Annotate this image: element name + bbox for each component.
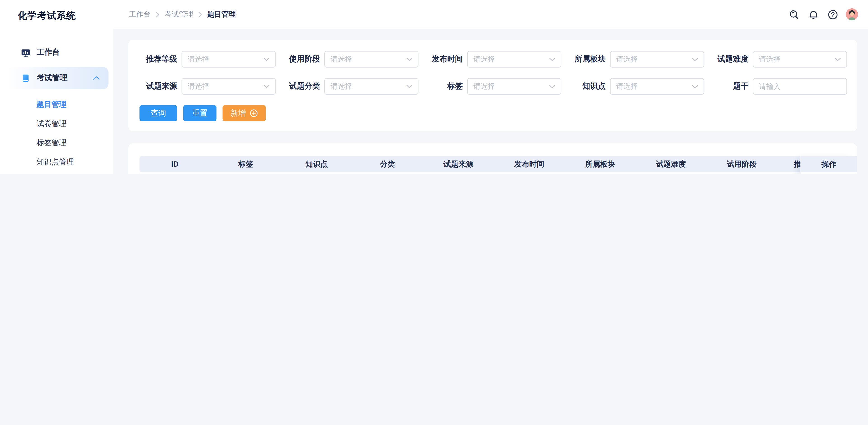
chevron-down-icon (406, 57, 412, 61)
filter-field-tag: 标签 请选择 (425, 78, 561, 94)
app-window: 化学考试系统 工作台 考试管理 题目管理 试卷管理 标签管理 知识点管理 试题来… (0, 0, 868, 174)
col-header-publish-date: 发布时间 (494, 159, 564, 169)
publish-time-select[interactable]: 请选择 (467, 51, 561, 67)
col-header-difficulty: 试题难度 (636, 159, 706, 169)
col-header-section: 所属板块 (565, 159, 636, 169)
search-icon[interactable] (788, 8, 800, 21)
question-table: ID 标签 知识点 分类 试题来源 发布时间 所属板块 试题难度 试用阶段 推 … (140, 156, 857, 174)
chevron-down-icon (549, 84, 555, 88)
row-actions: 编辑 删除 (801, 172, 857, 174)
sidebar-item-question-source[interactable]: 试题来源 (0, 172, 113, 174)
chevron-up-icon (93, 76, 99, 80)
filter-field-knowledge-point: 知识点 请选择 (568, 78, 704, 94)
breadcrumb-question-management: 题目管理 (207, 9, 236, 20)
filter-field-question-category: 试题分类 请选择 (282, 78, 418, 94)
recommend-level-select[interactable]: 请选择 (182, 51, 276, 67)
sidebar-item-question-management[interactable]: 题目管理 (0, 95, 113, 114)
col-header-stage: 试用阶段 (706, 159, 777, 169)
question-stem-input[interactable] (753, 78, 847, 94)
sidebar-item-label: 工作台 (37, 48, 60, 58)
col-header-category: 分类 (352, 159, 423, 169)
breadcrumb-separator-icon (198, 11, 202, 18)
filter-row-1: 推荐等级 请选择 使用阶段 请选择 发布时间 (140, 51, 857, 67)
breadcrumb-workbench[interactable]: 工作台 (129, 9, 151, 20)
filter-field-recommend-level: 推荐等级 请选择 (140, 51, 276, 67)
filter-field-difficulty: 试题难度 请选择 (711, 51, 847, 67)
sidebar-item-paper-management[interactable]: 试卷管理 (0, 114, 113, 133)
sidebar: 化学考试系统 工作台 考试管理 题目管理 试卷管理 标签管理 知识点管理 试题来… (0, 0, 113, 174)
filter-field-publish-time: 发布时间 请选择 (425, 51, 561, 67)
chevron-down-icon (692, 84, 698, 88)
app-title: 化学考试系统 (0, 0, 113, 23)
filter-row-2: 试题来源 请选择 试题分类 请选择 标签 (140, 78, 857, 94)
book-icon (21, 73, 31, 83)
breadcrumb-exam-management[interactable]: 考试管理 (164, 9, 193, 20)
knowledge-point-select[interactable]: 请选择 (610, 78, 704, 94)
plus-circle-icon (249, 109, 258, 117)
question-category-select[interactable]: 请选择 (324, 78, 418, 94)
content: 推荐等级 请选择 使用阶段 请选择 发布时间 (113, 29, 868, 174)
sidebar-item-tag-management[interactable]: 标签管理 (0, 133, 113, 152)
main-area: 工作台 考试管理 题目管理 (113, 0, 868, 174)
chevron-down-icon (549, 57, 555, 61)
dashboard-icon (21, 48, 31, 57)
filter-actions: 查询 重置 新增 (140, 105, 857, 121)
chevron-down-icon (264, 84, 270, 88)
exam-submenu: 题目管理 试卷管理 标签管理 知识点管理 试题来源 发布时间 类型管理 考试记录… (0, 95, 113, 174)
breadcrumb-separator-icon (156, 11, 159, 18)
sidebar-item-label: 考试管理 (37, 73, 68, 83)
filter-field-usage-stage: 使用阶段 请选择 (282, 51, 418, 67)
topbar: 工作台 考试管理 题目管理 (113, 0, 868, 29)
query-button[interactable]: 查询 (140, 105, 177, 121)
filter-panel: 推荐等级 请选择 使用阶段 请选择 发布时间 (128, 40, 857, 131)
col-header-source: 试题来源 (423, 159, 494, 169)
chevron-down-icon (835, 57, 841, 61)
chevron-down-icon (692, 57, 698, 61)
usage-stage-select[interactable]: 请选择 (324, 51, 418, 67)
chevron-down-icon (406, 84, 412, 88)
col-header-actions: 操作 (801, 156, 857, 172)
question-table-panel: ID 标签 知识点 分类 试题来源 发布时间 所属板块 试题难度 试用阶段 推 … (128, 143, 857, 174)
user-avatar[interactable] (846, 8, 858, 21)
topbar-actions (788, 8, 858, 21)
sidebar-item-exam-management[interactable]: 考试管理 (6, 67, 108, 89)
sidebar-item-knowledge-management[interactable]: 知识点管理 (0, 153, 113, 172)
bell-icon[interactable] (807, 8, 819, 21)
difficulty-select[interactable]: 请选择 (753, 51, 847, 67)
chevron-down-icon (264, 57, 270, 61)
reset-button[interactable]: 重置 (183, 105, 217, 121)
sidebar-item-workbench[interactable]: 工作台 (0, 41, 113, 64)
help-icon[interactable] (827, 8, 839, 21)
tag-select[interactable]: 请选择 (467, 78, 561, 94)
col-header-id: ID (140, 160, 210, 169)
filter-field-question-source: 试题来源 请选择 (140, 78, 276, 94)
breadcrumb: 工作台 考试管理 题目管理 (129, 9, 236, 20)
filter-field-question-stem: 题干 (711, 78, 847, 94)
question-source-select[interactable]: 请选择 (182, 78, 276, 94)
table-row: 001 测试标签 水分子 化学方程式 初赛真题 2024-04-20 结构化学 … (140, 172, 857, 174)
col-header-knowledge-point: 知识点 (281, 159, 352, 169)
section-select[interactable]: 请选择 (610, 51, 704, 67)
fixed-action-column: 操作 编辑 删除 编辑 删除 编辑 (800, 156, 857, 174)
col-header-tag: 标签 (211, 159, 281, 169)
filter-field-section: 所属板块 请选择 (568, 51, 704, 67)
table-header-row: ID 标签 知识点 分类 试题来源 发布时间 所属板块 试题难度 试用阶段 推 (140, 156, 857, 172)
add-button[interactable]: 新增 (222, 105, 266, 121)
